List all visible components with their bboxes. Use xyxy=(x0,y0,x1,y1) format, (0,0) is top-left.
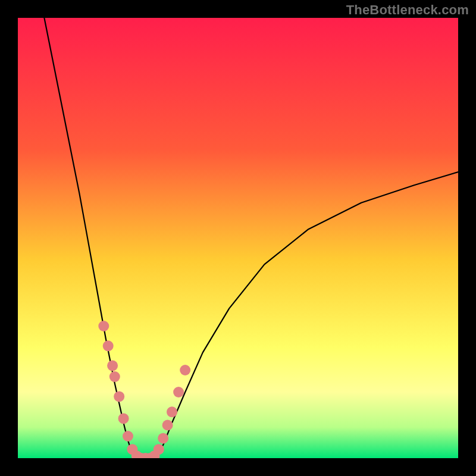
marker-dot xyxy=(103,340,114,351)
gradient-background xyxy=(18,18,458,458)
marker-dot xyxy=(107,361,118,371)
marker-dot xyxy=(114,391,124,402)
marker-dot xyxy=(109,371,120,382)
marker-dot xyxy=(98,321,109,331)
marker-dot xyxy=(123,431,133,441)
watermark-text: TheBottleneck.com xyxy=(346,2,469,18)
marker-dot xyxy=(158,433,168,444)
marker-dot xyxy=(154,444,164,455)
marker-dot xyxy=(180,365,190,375)
marker-dot xyxy=(173,387,184,397)
chart-svg xyxy=(18,18,458,458)
marker-dot xyxy=(167,406,177,417)
plot-area xyxy=(18,18,458,458)
chart-frame: TheBottleneck.com xyxy=(0,0,476,476)
marker-dot xyxy=(118,413,129,424)
marker-dot xyxy=(162,420,173,431)
